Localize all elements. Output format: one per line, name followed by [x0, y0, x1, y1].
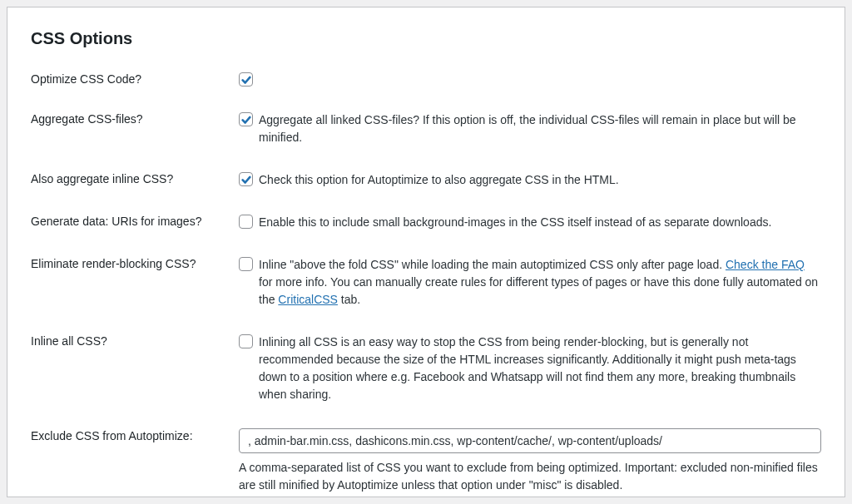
- row-inline-all: Inline all CSS? Inlining all CSS is an e…: [31, 334, 821, 403]
- link-criticalcss[interactable]: CriticalCSS: [278, 293, 338, 306]
- checkbox-inline-all[interactable]: [239, 334, 253, 348]
- desc-aggregate-css: Aggregate all linked CSS-files? If this …: [259, 111, 821, 146]
- section-title: CSS Options: [31, 29, 821, 48]
- row-optimize-css: Optimize CSS Code?: [31, 72, 821, 86]
- css-options-panel: CSS Options Optimize CSS Code? Aggregate…: [7, 7, 845, 497]
- label-aggregate-inline: Also aggregate inline CSS?: [31, 171, 239, 185]
- label-exclude-css: Exclude CSS from Autoptimize:: [31, 428, 239, 442]
- check-icon: [240, 114, 252, 126]
- checkbox-render-blocking[interactable]: [239, 257, 253, 271]
- label-optimize-css: Optimize CSS Code?: [31, 72, 239, 86]
- link-check-faq[interactable]: Check the FAQ: [726, 258, 805, 271]
- desc-data-uris: Enable this to include small background-…: [259, 214, 771, 231]
- label-render-blocking: Eliminate render-blocking CSS?: [31, 256, 239, 270]
- label-data-uris: Generate data: URIs for images?: [31, 214, 239, 228]
- checkbox-aggregate-inline[interactable]: [239, 172, 253, 186]
- desc-aggregate-inline: Check this option for Autoptimize to als…: [259, 171, 619, 189]
- desc-inline-all: Inlining all CSS is an easy way to stop …: [259, 334, 821, 403]
- help-exclude-css: A comma-separated list of CSS you want t…: [239, 459, 821, 494]
- label-aggregate-css: Aggregate CSS-files?: [31, 111, 239, 126]
- checkbox-optimize-css[interactable]: [239, 72, 253, 86]
- checkbox-aggregate-css[interactable]: [239, 112, 253, 126]
- desc-render-blocking: Inline "above the fold CSS" while loadin…: [259, 256, 821, 309]
- check-icon: [240, 74, 252, 86]
- row-exclude-css: Exclude CSS from Autoptimize: A comma-se…: [31, 428, 821, 494]
- row-render-blocking: Eliminate render-blocking CSS? Inline "a…: [31, 256, 821, 309]
- checkbox-data-uris[interactable]: [239, 215, 253, 229]
- input-exclude-css[interactable]: [239, 428, 821, 453]
- row-data-uris: Generate data: URIs for images? Enable t…: [31, 214, 821, 231]
- row-aggregate-css: Aggregate CSS-files? Aggregate all linke…: [31, 111, 821, 146]
- row-aggregate-inline: Also aggregate inline CSS? Check this op…: [31, 171, 821, 189]
- check-icon: [240, 174, 252, 185]
- label-inline-all: Inline all CSS?: [31, 334, 239, 348]
